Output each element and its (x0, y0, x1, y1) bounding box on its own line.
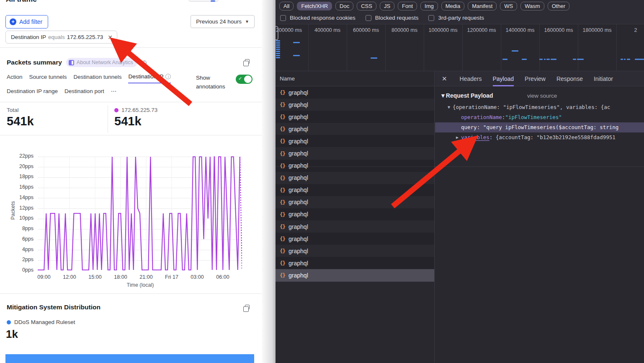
analytics-panel: All traffic + Add filter Previous 24 hou… (0, 0, 262, 363)
filter-pill-media[interactable]: Media (441, 2, 464, 10)
show-annotations-toggle[interactable]: ✓ (236, 75, 252, 84)
filter-pill-js[interactable]: JS (380, 2, 394, 10)
network-request-row[interactable]: {}graphql (276, 160, 434, 172)
divider (0, 47, 262, 48)
filter-pill-img[interactable]: Img (420, 2, 438, 10)
view-source-link[interactable]: view source (527, 93, 557, 99)
filter-chip[interactable]: Destination IP equals 172.65.225.73 ✕ (5, 31, 117, 44)
tab-destination-ip-range[interactable]: Destination IP range (7, 88, 58, 97)
tab-destination-tunnels[interactable]: Destination tunnels (74, 73, 122, 83)
json-braces-icon: {} (280, 248, 285, 254)
checkbox-icon[interactable] (428, 15, 434, 21)
request-marker (276, 49, 280, 50)
plus-icon: + (10, 18, 16, 25)
request-name: graphql (289, 272, 308, 279)
timeseries-line-forecast (240, 157, 242, 270)
filter-pill-ws[interactable]: WS (500, 2, 517, 10)
tab-initiator[interactable]: Initiator (594, 71, 613, 86)
json-braces-icon: {} (280, 272, 285, 278)
timeline-gridline (385, 24, 386, 71)
chevron-down-icon: ▼ (245, 19, 249, 24)
timeline-tick-label: 1800000 ms (583, 27, 612, 33)
filter-pill-all[interactable]: All (279, 2, 294, 10)
request-payload-section[interactable]: ▼Request Payload (440, 92, 493, 99)
tab--[interactable]: ⋯ (111, 88, 117, 97)
request-marker (293, 55, 300, 56)
network-request-row[interactable]: {}graphql (276, 147, 434, 159)
tab-label: Destination IP range (7, 88, 58, 94)
network-timeline-overview[interactable]: 200000 ms400000 ms600000 ms800000 ms1000… (276, 24, 644, 71)
json-braces-icon: {} (280, 175, 285, 181)
tab-payload[interactable]: Payload (493, 71, 514, 86)
checkbox-icon[interactable] (280, 15, 286, 21)
network-request-row[interactable]: {}graphql (276, 208, 434, 220)
checkbox-icon[interactable] (366, 15, 371, 21)
filter-pill-doc[interactable]: Doc (335, 2, 353, 10)
json-braces-icon: {} (280, 150, 285, 157)
payload-code-line[interactable]: operationName: "ipFlowTimeseries" (435, 112, 644, 122)
filter-pill-wasm[interactable]: Wasm (520, 2, 544, 10)
tab-headers[interactable]: Headers (460, 71, 482, 86)
filter-pill-css[interactable]: CSS (357, 2, 376, 10)
chart-plot-area[interactable] (38, 156, 242, 270)
request-marker (371, 57, 377, 59)
network-request-row[interactable]: {}graphql (276, 196, 434, 208)
close-icon[interactable]: ✕ (442, 75, 447, 83)
copy-chart-icon[interactable] (245, 305, 250, 309)
copy-chart-icon[interactable] (245, 59, 250, 64)
filter-pill-other[interactable]: Other (548, 2, 570, 10)
about-network-analytics-badge[interactable]: About Network Analytics (66, 58, 137, 67)
request-marker (551, 59, 556, 60)
payload-code-line[interactable]: ▼{operationName: "ipFlowTimeseries", var… (435, 102, 644, 112)
json-braces-icon: {} (280, 199, 285, 205)
network-request-row[interactable]: {}graphql (276, 135, 434, 147)
clock-icon: ◷ (142, 59, 147, 66)
tab-response[interactable]: Response (556, 71, 583, 86)
network-request-row[interactable]: {}graphql (276, 86, 434, 99)
tab-destination-ip[interactable]: Destination IPi (128, 73, 171, 83)
collapse-icon[interactable]: ▼ (445, 102, 453, 112)
network-request-row[interactable]: {}graphql (276, 257, 434, 269)
checkbox-3rd-party-requests[interactable]: 3rd-party requests (428, 15, 484, 21)
network-request-row[interactable]: {}graphql (276, 111, 434, 123)
tab-source-tunnels[interactable]: Source tunnels (29, 73, 67, 83)
tab-preview[interactable]: Preview (525, 71, 546, 86)
request-name: graphql (289, 138, 308, 145)
timeline-gridline (347, 24, 347, 71)
network-request-row[interactable]: {}graphql (276, 184, 434, 196)
name-column-header[interactable]: Name (276, 71, 434, 86)
filter-pill-manifest[interactable]: Manifest (468, 2, 497, 10)
filter-pill-font[interactable]: Font (398, 2, 417, 10)
payload-code-line[interactable]: query: "query ipFlowTimeseries($accountT… (435, 122, 644, 132)
checkbox-blocked-response-cookies[interactable]: Blocked response cookies (280, 15, 355, 21)
network-request-row[interactable]: {}graphql (276, 123, 434, 135)
y-tick-label: 16pps (8, 184, 33, 190)
checkbox-blocked-requests[interactable]: Blocked requests (366, 15, 419, 21)
expand-icon[interactable]: ▶ (453, 132, 461, 143)
timeline-tick-label: 200000 ms (276, 27, 302, 33)
add-filter-button[interactable]: + Add filter (5, 15, 48, 29)
panel-gutter (262, 0, 276, 363)
info-icon: i (165, 74, 171, 79)
timeline-gridline (578, 24, 578, 71)
x-tick-label: Fri 17 (159, 274, 184, 280)
network-filter-checkboxes: Blocked response cookiesBlocked requests… (276, 12, 644, 24)
network-request-row[interactable]: {}graphql (276, 220, 434, 233)
y-tick-label: 22pps (8, 153, 33, 159)
filter-pill-fetch-xhr[interactable]: Fetch/XHR (297, 2, 332, 10)
tab-label: Source tunnels (29, 74, 67, 80)
timeline-gridline (616, 24, 617, 71)
payload-code-line[interactable]: ▶variables: {accountTag: "b12e3b2192ee55… (435, 132, 644, 143)
tab-destination-port[interactable]: Destination port (64, 88, 104, 97)
network-request-row[interactable]: {}graphql (276, 245, 434, 257)
network-request-row[interactable]: {}graphql (276, 233, 434, 245)
tab-action[interactable]: Action (7, 73, 23, 83)
stat-value: 541k (7, 114, 34, 128)
time-range-select[interactable]: Previous 24 hours ▼ (191, 15, 255, 28)
remove-filter-icon[interactable]: ✕ (108, 34, 113, 41)
network-request-row[interactable]: {}graphql (276, 269, 434, 281)
network-request-row[interactable]: {}graphql (276, 99, 434, 111)
mitigation-bar[interactable] (5, 354, 254, 363)
divider (0, 135, 262, 135)
network-request-row[interactable]: {}graphql (276, 172, 434, 184)
